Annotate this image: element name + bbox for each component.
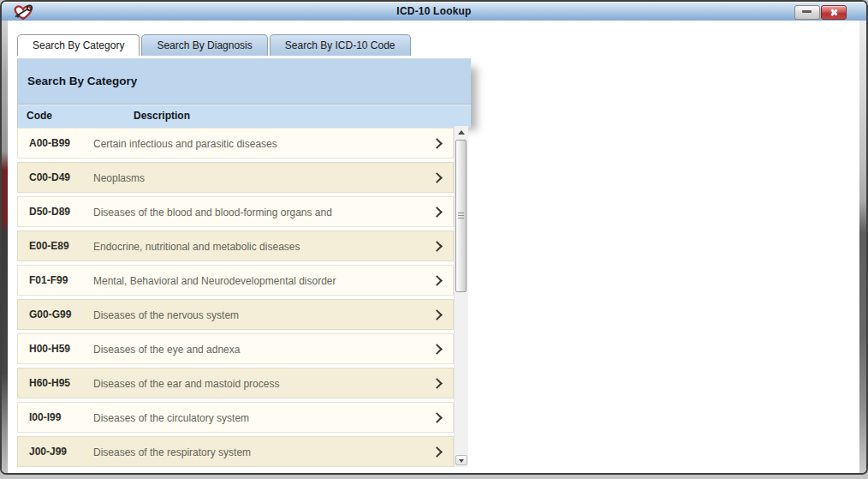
- panel-title-row: Search By Category: [18, 59, 471, 105]
- chevron-right-icon: [431, 378, 443, 389]
- list-item-e00-e89[interactable]: E00-E89 Endocrine, nutritional and metab…: [17, 231, 454, 261]
- minimize-icon: [802, 10, 812, 13]
- category-description: Diseases of the nervous system: [93, 309, 239, 321]
- panel-header: Search By Category Code Description: [17, 58, 471, 128]
- chevron-right-icon: [431, 138, 443, 149]
- chevron-right-icon: [431, 344, 443, 355]
- chevron-right-icon: [431, 309, 443, 320]
- category-description: Certain infectious and parasitic disease…: [93, 138, 277, 150]
- list-item-h00-h59[interactable]: H00-H59 Diseases of the eye and adnexa: [17, 333, 454, 364]
- category-code: D50-D89: [29, 206, 70, 218]
- dialog-content: Search By Category Search By Diagnosis S…: [8, 21, 859, 473]
- icd10-lookup-window: ICD-10 Lookup Search By Category Search …: [0, 0, 868, 475]
- category-description: Diseases of the blood and blood-forming …: [93, 207, 332, 219]
- list-scrollbar[interactable]: [454, 126, 468, 467]
- list-item-j00-j99[interactable]: J00-J99 Diseases of the respiratory syst…: [17, 436, 454, 467]
- scrollbar-thumb[interactable]: [455, 140, 467, 292]
- list-item-c00-d49[interactable]: C00-D49 Neoplasms: [17, 162, 454, 193]
- scroll-up-icon[interactable]: [458, 130, 465, 135]
- category-description: Endocrine, nutritional and metabolic dis…: [93, 241, 300, 253]
- list-item-g00-g99[interactable]: G00-G99 Diseases of the nervous system: [17, 299, 454, 330]
- category-code: G00-G99: [29, 308, 71, 320]
- category-code: E00-E89: [29, 240, 69, 252]
- window-title: ICD-10 Lookup: [2, 5, 866, 17]
- panel-title: Search By Category: [27, 75, 137, 87]
- column-header-code: Code: [27, 110, 52, 122]
- list-item-d50-d89[interactable]: D50-D89 Diseases of the blood and blood-…: [17, 196, 454, 227]
- tab-bar: Search By Category Search By Diagnosis S…: [17, 34, 411, 56]
- window-frame-left: [2, 21, 8, 473]
- window-inner: ICD-10 Lookup Search By Category Search …: [2, 2, 866, 473]
- chevron-right-icon: [431, 207, 443, 218]
- category-code: H00-H59: [29, 343, 70, 355]
- minimize-button[interactable]: [794, 5, 820, 20]
- category-description: Neoplasms: [93, 172, 145, 184]
- scroll-down-button[interactable]: [455, 455, 467, 465]
- scrollbar-grip-icon: [458, 213, 464, 220]
- titlebar[interactable]: ICD-10 Lookup: [2, 2, 866, 21]
- chevron-right-icon: [431, 172, 443, 183]
- category-description: Diseases of the respiratory system: [93, 446, 251, 458]
- close-button[interactable]: [821, 5, 847, 20]
- scroll-down-icon: [459, 459, 464, 463]
- category-code: I00-I99: [29, 411, 61, 423]
- column-header-description: Description: [134, 110, 190, 122]
- category-list: A00-B99 Certain infectious and parasitic…: [17, 126, 454, 467]
- tab-search-by-category[interactable]: Search By Category: [17, 34, 140, 56]
- category-description: Diseases of the eye and adnexa: [93, 344, 240, 356]
- category-code: A00-B99: [29, 137, 70, 149]
- category-description: Diseases of the ear and mastoid process: [93, 378, 279, 390]
- list-item-f01-f99[interactable]: F01-F99 Mental, Behavioral and Neurodeve…: [17, 265, 454, 296]
- column-header-row: Code Description: [18, 105, 471, 128]
- category-code: C00-D49: [29, 171, 70, 183]
- chevron-right-icon: [431, 412, 443, 423]
- category-description: Mental, Behavioral and Neurodevelopmenta…: [93, 275, 336, 287]
- list-item-h60-h95[interactable]: H60-H95 Diseases of the ear and mastoid …: [17, 368, 454, 398]
- window-frame-right: [859, 21, 866, 473]
- list-item-a00-b99[interactable]: A00-B99 Certain infectious and parasitic…: [17, 128, 454, 159]
- category-description: Diseases of the circulatory system: [93, 412, 249, 424]
- tab-search-by-icd10-code[interactable]: Search By ICD-10 Code: [270, 34, 411, 56]
- chevron-right-icon: [431, 241, 443, 252]
- chevron-right-icon: [431, 446, 443, 458]
- tab-search-by-diagnosis[interactable]: Search By Diagnosis: [141, 34, 267, 56]
- list-item-i00-i99[interactable]: I00-I99 Diseases of the circulatory syst…: [17, 402, 454, 433]
- category-code: F01-F99: [29, 274, 68, 286]
- chevron-right-icon: [431, 275, 443, 286]
- category-code: H60-H95: [29, 377, 70, 389]
- category-code: J00-J99: [29, 446, 67, 458]
